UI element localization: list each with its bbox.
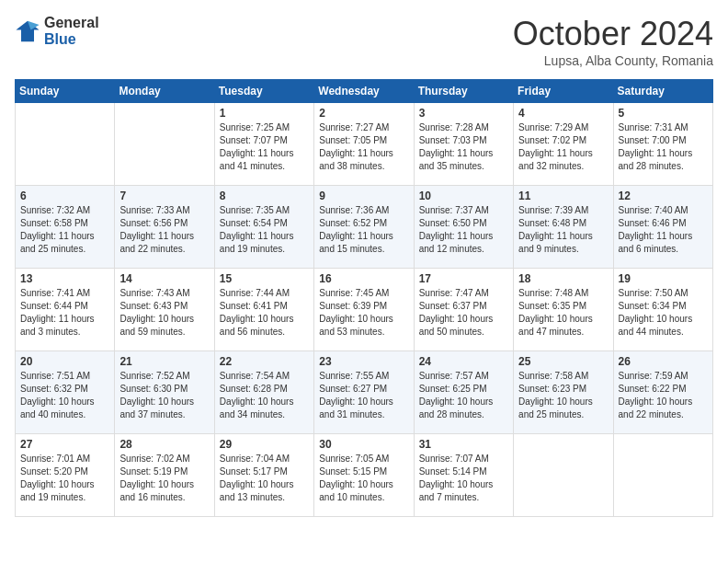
day-number: 4 [518, 107, 608, 120]
calendar-day-cell: 15Sunrise: 7:44 AM Sunset: 6:41 PM Dayli… [214, 269, 313, 351]
calendar-day-cell: 19Sunrise: 7:50 AM Sunset: 6:34 PM Dayli… [613, 269, 712, 351]
day-info: Sunrise: 7:59 AM Sunset: 6:22 PM Dayligh… [619, 370, 708, 421]
day-info: Sunrise: 7:57 AM Sunset: 6:25 PM Dayligh… [419, 370, 508, 421]
calendar-day-cell: 7Sunrise: 7:33 AM Sunset: 6:56 PM Daylig… [115, 186, 214, 269]
calendar-day-cell: 23Sunrise: 7:55 AM Sunset: 6:27 PM Dayli… [314, 351, 414, 434]
calendar-day-cell: 13Sunrise: 7:41 AM Sunset: 6:44 PM Dayli… [16, 269, 115, 351]
calendar-day-cell [514, 434, 613, 517]
day-number: 24 [419, 355, 508, 368]
day-info: Sunrise: 7:33 AM Sunset: 6:56 PM Dayligh… [119, 204, 209, 256]
day-number: 15 [220, 272, 309, 285]
calendar-day-cell: 27Sunrise: 7:01 AM Sunset: 5:20 PM Dayli… [16, 434, 115, 517]
calendar-week-row: 20Sunrise: 7:51 AM Sunset: 6:32 PM Dayli… [16, 351, 713, 434]
day-number: 20 [20, 355, 109, 368]
day-number: 10 [419, 190, 508, 202]
day-number: 23 [319, 355, 408, 368]
calendar-day-cell: 5Sunrise: 7:31 AM Sunset: 7:00 PM Daylig… [613, 103, 712, 186]
day-info: Sunrise: 7:04 AM Sunset: 5:17 PM Dayligh… [220, 453, 309, 504]
day-info: Sunrise: 7:25 AM Sunset: 7:07 PM Dayligh… [220, 121, 309, 173]
day-number: 8 [220, 190, 309, 202]
day-info: Sunrise: 7:55 AM Sunset: 6:27 PM Dayligh… [319, 370, 408, 421]
page-header: General Blue October 2024 Lupsa, Alba Co… [15, 15, 713, 68]
day-number: 6 [20, 190, 109, 202]
day-number: 29 [220, 438, 309, 451]
calendar-week-row: 1Sunrise: 7:25 AM Sunset: 7:07 PM Daylig… [16, 103, 713, 186]
calendar-day-cell: 10Sunrise: 7:37 AM Sunset: 6:50 PM Dayli… [414, 186, 513, 269]
day-info: Sunrise: 7:31 AM Sunset: 7:00 PM Dayligh… [619, 121, 708, 173]
calendar-header-row: SundayMondayTuesdayWednesdayThursdayFrid… [16, 80, 713, 103]
day-info: Sunrise: 7:58 AM Sunset: 6:23 PM Dayligh… [518, 370, 608, 421]
day-number: 13 [20, 272, 109, 285]
logo-icon [15, 18, 40, 44]
calendar-day-cell: 4Sunrise: 7:29 AM Sunset: 7:02 PM Daylig… [514, 103, 613, 186]
day-number: 1 [220, 107, 309, 120]
calendar-week-row: 27Sunrise: 7:01 AM Sunset: 5:20 PM Dayli… [16, 434, 713, 517]
day-info: Sunrise: 7:36 AM Sunset: 6:52 PM Dayligh… [319, 204, 408, 256]
day-info: Sunrise: 7:28 AM Sunset: 7:03 PM Dayligh… [419, 121, 508, 173]
calendar-day-cell: 1Sunrise: 7:25 AM Sunset: 7:07 PM Daylig… [214, 103, 313, 186]
day-number: 7 [119, 190, 209, 202]
calendar-day-cell: 17Sunrise: 7:47 AM Sunset: 6:37 PM Dayli… [414, 269, 513, 351]
day-info: Sunrise: 7:47 AM Sunset: 6:37 PM Dayligh… [419, 287, 508, 339]
calendar-day-cell: 18Sunrise: 7:48 AM Sunset: 6:35 PM Dayli… [514, 269, 613, 351]
day-info: Sunrise: 7:37 AM Sunset: 6:50 PM Dayligh… [419, 204, 508, 256]
day-number: 17 [419, 272, 508, 285]
day-number: 30 [319, 438, 408, 451]
calendar-day-cell: 29Sunrise: 7:04 AM Sunset: 5:17 PM Dayli… [214, 434, 313, 517]
day-number: 18 [518, 272, 608, 285]
calendar-day-cell [115, 103, 214, 186]
calendar-day-cell: 21Sunrise: 7:52 AM Sunset: 6:30 PM Dayli… [115, 351, 214, 434]
calendar-day-cell: 28Sunrise: 7:02 AM Sunset: 5:19 PM Dayli… [115, 434, 214, 517]
day-number: 31 [419, 438, 508, 451]
calendar-day-cell: 24Sunrise: 7:57 AM Sunset: 6:25 PM Dayli… [414, 351, 513, 434]
day-info: Sunrise: 7:01 AM Sunset: 5:20 PM Dayligh… [20, 453, 109, 504]
day-number: 5 [619, 107, 708, 120]
day-info: Sunrise: 7:48 AM Sunset: 6:35 PM Dayligh… [518, 287, 608, 339]
day-number: 21 [119, 355, 209, 368]
calendar-day-cell: 30Sunrise: 7:05 AM Sunset: 5:15 PM Dayli… [314, 434, 414, 517]
weekday-header: Wednesday [314, 80, 414, 103]
calendar-day-cell: 11Sunrise: 7:39 AM Sunset: 6:48 PM Dayli… [514, 186, 613, 269]
calendar-day-cell: 20Sunrise: 7:51 AM Sunset: 6:32 PM Dayli… [16, 351, 115, 434]
day-info: Sunrise: 7:29 AM Sunset: 7:02 PM Dayligh… [518, 121, 608, 173]
day-info: Sunrise: 7:51 AM Sunset: 6:32 PM Dayligh… [20, 370, 109, 421]
day-number: 2 [319, 107, 408, 120]
day-info: Sunrise: 7:50 AM Sunset: 6:34 PM Dayligh… [619, 287, 708, 339]
day-info: Sunrise: 7:44 AM Sunset: 6:41 PM Dayligh… [220, 287, 309, 339]
location: Lupsa, Alba County, Romania [513, 53, 713, 68]
day-info: Sunrise: 7:39 AM Sunset: 6:48 PM Dayligh… [518, 204, 608, 256]
calendar-week-row: 13Sunrise: 7:41 AM Sunset: 6:44 PM Dayli… [16, 269, 713, 351]
day-number: 19 [619, 272, 708, 285]
day-number: 11 [518, 190, 608, 202]
day-info: Sunrise: 7:41 AM Sunset: 6:44 PM Dayligh… [20, 287, 109, 339]
calendar-day-cell: 31Sunrise: 7:07 AM Sunset: 5:14 PM Dayli… [414, 434, 513, 517]
calendar-day-cell: 2Sunrise: 7:27 AM Sunset: 7:05 PM Daylig… [314, 103, 414, 186]
day-number: 25 [518, 355, 608, 368]
calendar-day-cell: 14Sunrise: 7:43 AM Sunset: 6:43 PM Dayli… [115, 269, 214, 351]
day-info: Sunrise: 7:54 AM Sunset: 6:28 PM Dayligh… [220, 370, 309, 421]
day-number: 9 [319, 190, 408, 202]
day-info: Sunrise: 7:02 AM Sunset: 5:19 PM Dayligh… [119, 453, 209, 504]
day-info: Sunrise: 7:35 AM Sunset: 6:54 PM Dayligh… [220, 204, 309, 256]
logo: General Blue [15, 15, 99, 47]
logo-text-line1: General [44, 15, 99, 31]
calendar-day-cell: 3Sunrise: 7:28 AM Sunset: 7:03 PM Daylig… [414, 103, 513, 186]
calendar-week-row: 6Sunrise: 7:32 AM Sunset: 6:58 PM Daylig… [16, 186, 713, 269]
day-info: Sunrise: 7:05 AM Sunset: 5:15 PM Dayligh… [319, 453, 408, 504]
day-number: 26 [619, 355, 708, 368]
calendar-day-cell: 9Sunrise: 7:36 AM Sunset: 6:52 PM Daylig… [314, 186, 414, 269]
weekday-header: Tuesday [214, 80, 313, 103]
calendar-day-cell: 26Sunrise: 7:59 AM Sunset: 6:22 PM Dayli… [613, 351, 712, 434]
day-number: 22 [220, 355, 309, 368]
day-info: Sunrise: 7:27 AM Sunset: 7:05 PM Dayligh… [319, 121, 408, 173]
calendar-day-cell [16, 103, 115, 186]
day-info: Sunrise: 7:40 AM Sunset: 6:46 PM Dayligh… [619, 204, 708, 256]
day-number: 12 [619, 190, 708, 202]
title-block: October 2024 Lupsa, Alba County, Romania [513, 15, 713, 68]
weekday-header: Sunday [16, 80, 115, 103]
day-info: Sunrise: 7:07 AM Sunset: 5:14 PM Dayligh… [419, 453, 508, 504]
weekday-header: Thursday [414, 80, 513, 103]
calendar-day-cell [613, 434, 712, 517]
day-info: Sunrise: 7:43 AM Sunset: 6:43 PM Dayligh… [119, 287, 209, 339]
month-title: October 2024 [513, 15, 713, 53]
